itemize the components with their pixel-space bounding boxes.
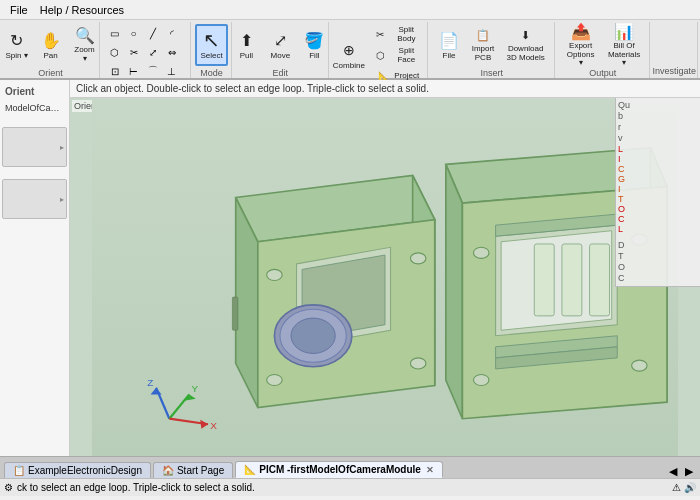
pull-icon: ⬆: [235, 29, 257, 51]
svg-point-11: [410, 253, 425, 264]
bottom-status-bar: ⚙ ck to select an edge loop. Triple-clic…: [0, 478, 700, 496]
tool-pan[interactable]: ✋ Pan: [35, 24, 67, 66]
tool-fill[interactable]: 🪣 Fill: [298, 24, 330, 66]
vp-link-t1[interactable]: T: [618, 194, 698, 204]
vp-label-v: v: [618, 133, 698, 143]
tool-pull[interactable]: ⬆ Pull: [230, 24, 262, 66]
vp-link-i1[interactable]: I: [618, 154, 698, 164]
tab-picm[interactable]: 📐 PICM -firstModelOfCameraModule ✕: [235, 461, 443, 478]
download-3d-icon: ⬇: [515, 27, 537, 44]
info-bar: Click an object. Double-click to select …: [70, 80, 700, 98]
svg-point-27: [632, 360, 647, 371]
sketch-circle[interactable]: ○: [125, 24, 143, 42]
svg-text:Z: Z: [147, 377, 153, 388]
ribbon-group-output: 📤 Export Options ▾ 📊 Bill Of Materials ▾…: [556, 22, 650, 78]
tool-split-body[interactable]: ✂ Split Body: [370, 24, 427, 44]
svg-point-13: [410, 358, 425, 369]
vp-link-l2[interactable]: L: [618, 224, 698, 234]
sketch-rect[interactable]: ▭: [106, 24, 124, 42]
viewport-right-panel: Qu b r v L I C G I T O C L D T O C: [615, 98, 700, 287]
file-icon: 📄: [438, 29, 460, 51]
orient-tools: ↻ Spin ▾ ✋ Pan 🔍 Zoom ▾: [1, 24, 101, 66]
import-pcb-icon: 📋: [472, 27, 494, 44]
sidebar-panel-1: ▸: [2, 127, 67, 167]
panel-handle-1: ▸: [60, 143, 64, 152]
tool-import-pcb[interactable]: 📋 Import PCB: [467, 24, 499, 66]
tool-select[interactable]: ↖ Select: [195, 24, 227, 66]
tool-zoom[interactable]: 🔍 Zoom ▾: [69, 24, 101, 66]
bill-icon: 📊: [613, 22, 635, 41]
tab-nav-left[interactable]: ◀: [666, 465, 680, 478]
left-sidebar: Orient ModelOfCameraModul ▸ ▸: [0, 80, 70, 456]
ribbon-group-investigate: Investigate: [651, 22, 698, 78]
sidebar-model[interactable]: ModelOfCameraModul: [2, 101, 67, 115]
export-icon: 📤: [570, 22, 592, 41]
sidebar-orient: Orient: [2, 84, 67, 99]
vp-link-g[interactable]: G: [618, 174, 698, 184]
svg-rect-28: [534, 244, 554, 316]
tool-spin[interactable]: ↻ Spin ▾: [1, 24, 33, 66]
vp-label-t: T: [618, 251, 698, 261]
sketch-dim[interactable]: ⊢: [125, 62, 143, 80]
vp-label-r: r: [618, 122, 698, 132]
sketch-poly[interactable]: ⬡: [106, 43, 124, 61]
menu-help[interactable]: Help / Resources: [34, 2, 130, 18]
sketch-arc[interactable]: ◜: [163, 24, 181, 42]
main-area: Orient ModelOfCameraModul ▸ ▸ Click an o…: [0, 80, 700, 456]
zoom-icon: 🔍: [74, 26, 96, 45]
scene-svg: Z Y X: [70, 98, 700, 456]
svg-rect-29: [562, 244, 582, 316]
tool-export[interactable]: 📤 Export Options ▾: [560, 24, 601, 66]
tool-bill[interactable]: 📊 Bill Of Materials ▾: [603, 24, 645, 66]
vp-link-l[interactable]: L: [618, 144, 698, 154]
vp-link-c1[interactable]: C: [618, 164, 698, 174]
tab-start-page[interactable]: 🏠 Start Page: [153, 462, 233, 478]
svg-marker-16: [446, 164, 463, 418]
tab-icon-example: 📋: [13, 465, 25, 476]
sketch-line[interactable]: ╱: [144, 24, 162, 42]
select-icon: ↖: [201, 29, 223, 51]
ribbon-group-orient: ↻ Spin ▾ ✋ Pan 🔍 Zoom ▾ Orient: [2, 22, 100, 78]
tool-download-3d[interactable]: ⬇ Download 3D Models: [501, 24, 550, 66]
tool-combine[interactable]: ⊕ Combine: [330, 34, 368, 76]
status-icon-warning: ⚠: [672, 482, 681, 493]
split-body-icon: ✂: [374, 27, 387, 41]
sketch-fillet[interactable]: ⌒: [144, 62, 162, 80]
svg-point-12: [267, 374, 282, 385]
tool-move[interactable]: ⤢ Move: [264, 24, 296, 66]
menu-file[interactable]: File: [4, 2, 34, 18]
insert-tools: 📄 File 📋 Import PCB ⬇ Download 3D Models: [433, 24, 550, 66]
mode-tools: ↖ Select: [195, 24, 227, 66]
intersect-tools: ⊕ Combine ✂ Split Body ⬡ Split Face 📐 Pr…: [330, 24, 427, 86]
tab-nav-right[interactable]: ▶: [682, 465, 696, 478]
canvas-area[interactable]: Orient: [70, 98, 700, 456]
tool-split-face[interactable]: ⬡ Split Face: [370, 45, 427, 65]
ribbon-group-intersect: ⊕ Combine ✂ Split Body ⬡ Split Face 📐 Pr…: [330, 22, 428, 78]
vp-label-b: b: [618, 111, 698, 121]
svg-point-10: [267, 269, 282, 280]
tab-label-picm: PICM -firstModelOfCameraModule: [259, 464, 421, 475]
ribbon-group-sketch: ▭ ○ ╱ ◜ ⬡ ✂ ⤢ ⇔ ⊡ ⊢ ⌒ ⊥ ◎ ↔ ∠ — | 🔒 Sket…: [101, 22, 191, 78]
svg-rect-14: [232, 297, 238, 330]
tab-label-example: ExampleElectronicDesign: [28, 465, 142, 476]
tab-close-picm[interactable]: ✕: [426, 465, 434, 475]
vp-link-o1[interactable]: O: [618, 204, 698, 214]
vp-link-i2[interactable]: I: [618, 184, 698, 194]
ribbon-group-insert: 📄 File 📋 Import PCB ⬇ Download 3D Models…: [429, 22, 555, 78]
sidebar-panel-2: ▸: [2, 179, 67, 219]
sketch-con[interactable]: ⊥: [163, 62, 181, 80]
vp-label-d: D: [618, 240, 698, 250]
tab-example-electronic[interactable]: 📋 ExampleElectronicDesign: [4, 462, 151, 478]
sketch-extend[interactable]: ⤢: [144, 43, 162, 61]
viewport[interactable]: Click an object. Double-click to select …: [70, 80, 700, 456]
menu-bar: File Help / Resources: [0, 0, 700, 20]
vp-link-c2[interactable]: C: [618, 214, 698, 224]
sketch-offset[interactable]: ⊡: [106, 62, 124, 80]
tool-file[interactable]: 📄 File: [433, 24, 465, 66]
spin-icon: ↻: [6, 29, 28, 51]
sketch-trim[interactable]: ✂: [125, 43, 143, 61]
status-icon-settings[interactable]: ⚙: [4, 482, 13, 493]
sketch-mirror[interactable]: ⇔: [163, 43, 181, 61]
svg-point-24: [473, 247, 488, 258]
pan-icon: ✋: [40, 29, 62, 51]
